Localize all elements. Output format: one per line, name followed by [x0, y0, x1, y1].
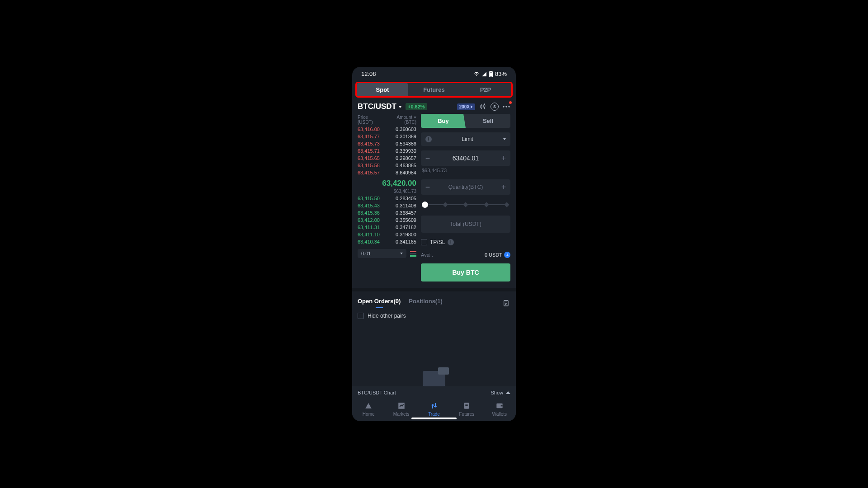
tab-open-orders[interactable]: Open Orders(0)	[358, 298, 401, 308]
amount-header[interactable]: Amount (BTC)	[397, 115, 416, 125]
row-price: 63,410.34	[358, 239, 380, 244]
svg-rect-9	[466, 405, 468, 406]
orderbook: Price (USDT) Amount (BTC) 63,416.000.360…	[358, 114, 416, 282]
row-price: 63,415.36	[358, 210, 380, 216]
header-price-unit: (USDT)	[358, 120, 373, 125]
pair-selector[interactable]: BTC/USDT	[358, 102, 402, 111]
orderbook-row[interactable]: 63,411.310.347182	[358, 224, 416, 231]
price-input[interactable]: − 63404.01 +	[421, 150, 510, 166]
fiat-equiv: $63,445.73	[421, 166, 510, 175]
chart-toggle-label: Show	[491, 390, 503, 395]
empty-state	[352, 324, 516, 386]
available-row: Avail. 0 USDT +	[421, 252, 510, 258]
tab-positions[interactable]: Positions(1)	[409, 298, 442, 308]
markets-icon	[397, 402, 406, 410]
more-icon[interactable]	[502, 103, 510, 111]
orderbook-row[interactable]: 63,416.000.360603	[358, 126, 416, 133]
phone-frame: 12:08 83% Spot Futures P2P BTC/USDT +0.6…	[352, 67, 516, 421]
orderbook-row[interactable]: 63,412.000.355609	[358, 216, 416, 224]
row-price: 63,416.00	[358, 127, 380, 132]
chevron-down-icon	[503, 138, 506, 140]
orderbook-mid: 63,420.00 $63,461.73	[358, 176, 416, 195]
hide-checkbox[interactable]	[358, 313, 364, 319]
orderbook-row[interactable]: 63,415.360.368457	[358, 209, 416, 216]
nav-trade[interactable]: Trade	[418, 402, 450, 417]
quantity-input[interactable]: − Quantity(BTC) +	[421, 179, 510, 195]
top-tabs: Spot Futures P2P	[355, 82, 513, 98]
chevron-down-icon	[400, 253, 403, 254]
row-amount: 0.368457	[396, 210, 416, 216]
row-amount: 0.355609	[396, 217, 416, 223]
hide-label: Hide other pairs	[368, 313, 406, 319]
orderbook-row[interactable]: 63,411.100.319800	[358, 231, 416, 238]
nav-futures[interactable]: Futures	[450, 402, 483, 417]
increment-button[interactable]: +	[497, 150, 510, 166]
orderbook-row[interactable]: 63,415.580.463885	[358, 162, 416, 169]
row-amount: 0.347182	[396, 225, 416, 230]
orderbook-header: Price (USDT) Amount (BTC)	[358, 114, 416, 126]
statusbar: 12:08 83%	[352, 67, 516, 79]
nav-trade-label: Trade	[428, 412, 440, 417]
decrement-button[interactable]: −	[421, 179, 434, 195]
sell-tab[interactable]: Sell	[466, 114, 510, 128]
nav-markets[interactable]: Markets	[385, 402, 417, 417]
home-indicator	[411, 418, 457, 419]
orders-section: Open Orders(0) Positions(1)	[352, 288, 516, 308]
svg-rect-1	[490, 72, 492, 76]
orderbook-row[interactable]: 63,415.730.594386	[358, 140, 416, 147]
order-type-label: Limit	[462, 136, 473, 142]
info-icon: i	[425, 136, 432, 142]
decrement-button[interactable]: −	[421, 150, 434, 166]
percentage-slider[interactable]	[423, 200, 509, 209]
info-icon: i	[448, 239, 454, 245]
orderbook-row[interactable]: 63,415.650.298657	[358, 155, 416, 162]
home-icon	[364, 402, 373, 410]
row-amount: 0.341165	[396, 239, 416, 244]
orderbook-row[interactable]: 63,415.500.283405	[358, 195, 416, 202]
row-amount: 0.594386	[396, 141, 416, 146]
battery-icon	[489, 71, 493, 77]
orderbook-row[interactable]: 63,410.340.341165	[358, 238, 416, 245]
row-price: 63,415.43	[358, 203, 380, 208]
buy-sell-toggle: Buy Sell	[421, 114, 510, 128]
tpsl-row[interactable]: TP/SL i	[421, 239, 510, 245]
top-tab-p2p[interactable]: P2P	[460, 83, 511, 96]
leverage-badge[interactable]: 200X	[457, 103, 475, 110]
depth-selector[interactable]: 0.01	[358, 249, 406, 258]
chevron-down-icon	[414, 117, 416, 118]
top-tab-spot[interactable]: Spot	[357, 83, 408, 96]
hide-other-pairs[interactable]: Hide other pairs	[352, 308, 516, 324]
header-amount: Amount	[397, 115, 412, 120]
deposit-icon[interactable]: +	[504, 252, 510, 258]
futures-icon	[462, 402, 471, 410]
currency-icon[interactable]: S	[491, 103, 499, 111]
tpsl-label: TP/SL	[430, 239, 445, 245]
orderbook-row[interactable]: 63,415.710.339930	[358, 147, 416, 155]
order-type-selector[interactable]: i Limit	[421, 132, 510, 146]
bids-list: 63,415.500.28340563,415.430.31140863,415…	[358, 195, 416, 245]
chart-toggle-bar[interactable]: BTC/USDT Chart Show	[352, 386, 516, 399]
statusbar-time: 12:08	[361, 70, 376, 77]
top-tab-futures[interactable]: Futures	[408, 83, 460, 96]
total-input[interactable]: Total (USDT)	[421, 216, 510, 233]
row-amount: 0.319800	[396, 232, 416, 237]
orderbook-row[interactable]: 63,415.770.301389	[358, 133, 416, 140]
tpsl-checkbox[interactable]	[421, 239, 427, 245]
nav-wallets[interactable]: Wallets	[483, 402, 516, 417]
row-price: 63,412.00	[358, 217, 380, 223]
history-icon[interactable]	[502, 299, 510, 307]
candles-icon[interactable]	[479, 103, 487, 111]
increment-button[interactable]: +	[497, 179, 510, 195]
orderbook-row[interactable]: 63,415.430.311408	[358, 202, 416, 209]
slider-thumb[interactable]	[422, 202, 428, 208]
statusbar-icons: 83%	[473, 70, 507, 77]
row-amount: 0.283405	[396, 196, 416, 201]
buy-button[interactable]: Buy BTC	[421, 263, 510, 282]
orderbook-row[interactable]: 63,415.578.640984	[358, 169, 416, 176]
row-price: 63,415.77	[358, 134, 380, 139]
battery-pct: 83%	[495, 70, 507, 77]
nav-markets-label: Markets	[393, 412, 410, 417]
buy-tab[interactable]: Buy	[421, 114, 466, 128]
nav-home[interactable]: Home	[352, 402, 385, 417]
orderbook-layout-toggle[interactable]	[410, 250, 416, 257]
